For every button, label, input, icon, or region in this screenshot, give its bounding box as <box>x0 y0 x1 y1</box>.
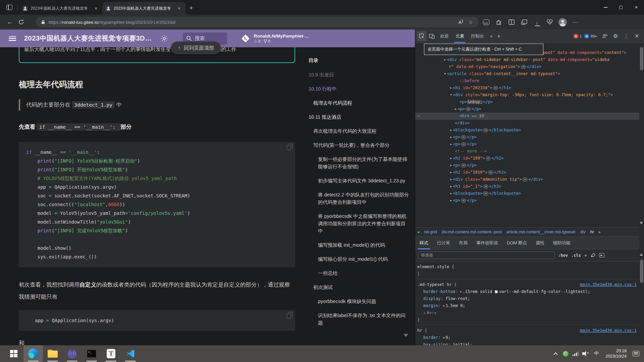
notification-center-icon[interactable] <box>633 351 639 356</box>
taskbar-vscode[interactable] <box>121 345 140 362</box>
dom-tree-row[interactable]: ▶<p>⋯</p> <box>415 141 639 148</box>
dom-tree-row[interactable]: ▶<div class="md-sidebar md-sidebar--post… <box>415 56 639 63</box>
taskbar-file-explorer[interactable] <box>43 345 62 362</box>
dom-tree-row[interactable]: <hr> == $0⋯ <box>415 113 639 120</box>
css-property[interactable]: margin: ▶1.5em 0; <box>417 302 639 309</box>
split-screen-button[interactable] <box>506 17 517 27</box>
expand-ellipsis-button[interactable]: ⋯ <box>483 184 488 189</box>
dom-tree-row[interactable]: <!-- more --> <box>415 148 639 155</box>
dom-tree-row[interactable]: ▼<div style="margin-top: -30px; font-siz… <box>415 92 639 99</box>
tab-layout[interactable]: 布局 <box>454 237 472 249</box>
toggle-hover-state-button[interactable]: :hov <box>558 253 568 258</box>
dom-tree-row[interactable]: ▼<article class="md-content__inner md-ty… <box>415 70 639 77</box>
toggle-class-button[interactable]: .cls <box>571 253 581 258</box>
stylesheet-link[interactable]: main.35e1ed30.min.css:1 <box>580 327 637 334</box>
breadcrumb-item[interactable]: nd-grid <box>424 230 437 234</box>
toc-item[interactable]: 10.9 出发日 <box>309 71 409 78</box>
tray-expand-button[interactable] <box>550 345 560 362</box>
clock[interactable]: 20:18 2023/10/24 <box>602 348 630 359</box>
css-property[interactable]: ⚠0: ; <box>417 309 639 316</box>
expand-ellipsis-button[interactable]: ⋯ <box>461 198 466 203</box>
copy-code-button[interactable] <box>287 145 291 150</box>
dom-tree-row[interactable]: ▶<h2 id="109">⋯</h2> <box>415 155 639 162</box>
dom-tree-row[interactable]: ▶<p>⋯</p> <box>415 197 639 204</box>
devtools-menu-button[interactable]: ⋮ <box>621 31 631 41</box>
devtools-tab-elements[interactable]: 元素 <box>452 29 468 43</box>
taskbar-cat-app[interactable] <box>62 345 82 362</box>
favorite-star-button[interactable]: ☆ <box>466 17 476 27</box>
workspaces-button[interactable] <box>3 0 16 15</box>
new-tab-button[interactable]: + <box>185 1 197 15</box>
dom-tree-row[interactable]: ▶<blockquote>⋯</blockquote> <box>415 190 639 197</box>
dom-tree-row[interactable]: </div> <box>415 120 639 127</box>
tab-dom-breakpoints[interactable]: DOM 断点 <box>502 237 531 249</box>
tray-app-icon[interactable] <box>560 345 571 362</box>
taskbar-typora[interactable]: T <box>101 345 121 362</box>
css-property[interactable]: display: flow-root; <box>417 295 639 302</box>
hamburger-menu-icon[interactable] <box>9 36 16 41</box>
tab-close-icon[interactable]: ✕ <box>93 5 99 11</box>
tab-close-icon[interactable]: ✕ <box>176 5 182 11</box>
css-property[interactable]: border-bottom: ▶.15rem solid var(--md-de… <box>417 288 639 295</box>
tab-styles[interactable]: 样式 <box>415 237 433 249</box>
toc-item[interactable]: 将 pyorbbecsdk 中之前编写和整理的相机调用功能和分割算法的文件整合到… <box>309 213 409 235</box>
extensions-button[interactable] <box>493 17 504 27</box>
browser-tab-1[interactable]: 2023中国机器人大赛先进视觉专 ✕ <box>19 2 102 15</box>
expand-ellipsis-button[interactable]: ⋯ <box>483 128 488 132</box>
dom-tree-row[interactable]: ▶<h2 id="1010">⋯</h2> <box>415 169 639 176</box>
expand-ellipsis-button[interactable]: ⋯ <box>488 170 493 175</box>
downloads-button[interactable]: ↓ <box>531 17 543 27</box>
maximize-button[interactable] <box>613 0 629 15</box>
expand-ellipsis-button[interactable]: ⋯ <box>523 177 528 182</box>
styles-scroll-up-arrow[interactable] <box>640 253 643 256</box>
breadcrumb-left-arrow[interactable]: ◀ <box>417 231 419 234</box>
refresh-button[interactable] <box>15 16 27 28</box>
darkreader-extension-button[interactable] <box>480 17 492 27</box>
devtools-tab-welcome[interactable]: 欢迎 <box>437 29 452 43</box>
close-button[interactable]: ✕ <box>629 0 644 15</box>
dom-tree-row[interactable]: ▶<h3 id="_1">⋯</h3> <box>415 183 639 190</box>
toc-item[interactable]: 10.11 抵达酒店 <box>309 113 409 121</box>
toc-item[interactable]: 复制一些必要部分的文件(为了基本能使得能够运行不会报错) <box>309 156 409 170</box>
network-status[interactable] <box>571 345 581 362</box>
toc-item[interactable]: 编写预加载 init_model() 的代码 <box>309 241 409 249</box>
back-to-top-button[interactable]: ↑ 回到页面顶部 <box>171 42 221 54</box>
toc-item[interactable]: 10.10 行程中 <box>309 85 409 93</box>
tab-computed[interactable]: 已计算 <box>433 237 454 249</box>
taskbar-terminal[interactable]: >_ <box>82 345 101 362</box>
back-button[interactable]: ← <box>4 16 15 28</box>
add-devtools-tab-button[interactable]: + <box>494 33 503 40</box>
stylesheet-link[interactable]: main.35e1ed30.min.css:1 <box>580 281 637 288</box>
dom-tree-row[interactable]: r" data-md-type="navigation">⋯</div> <box>415 63 639 70</box>
tab-properties[interactable]: 属性 <box>531 237 549 249</box>
dom-tree-row[interactable]: ▶<h1 id="20233d">⋯</h1> <box>415 84 639 92</box>
breadcrumb-item[interactable]: div.md-content.md-content--post <box>442 230 502 234</box>
dom-tree-row[interactable]: ▶<p>⋯</p> <box>415 134 639 141</box>
dom-tree-row[interactable]: ▶<div class="admonition tip">⋯</div> <box>415 176 639 183</box>
dom-tree-row[interactable]: ▶<p>⋯</p> <box>415 162 639 169</box>
read-aloud-button[interactable]: A) <box>455 17 466 27</box>
tab-event-listeners[interactable]: 事件侦听器 <box>472 237 502 249</box>
show-sidebar-panel-icon[interactable]: ▶ <box>599 253 604 257</box>
css-selector[interactable]: .md-typeset hr <box>417 282 452 287</box>
element-options-dots[interactable]: ⋯ <box>417 113 420 120</box>
breadcrumb-item[interactable]: div <box>580 230 586 234</box>
expand-ellipsis-button[interactable]: ⋯ <box>461 163 466 168</box>
volume-status[interactable]: ✕ <box>581 345 591 362</box>
copy-code-button[interactable] <box>287 313 291 318</box>
expand-ellipsis-button[interactable]: ⋯ <box>461 135 466 139</box>
address-bar[interactable]: https://ronald-luo.gitee.io/mypamphlet-b… <box>36 17 479 27</box>
expand-ellipsis-button[interactable]: ⋯ <box>521 65 526 69</box>
devtools-close-button[interactable]: ✕ <box>632 31 642 41</box>
minimize-button[interactable] <box>598 0 613 15</box>
breadcrumb-item[interactable]: article.md-content__inner.md-typeset <box>506 230 576 234</box>
scroll-down-hint-icon[interactable] <box>404 334 408 337</box>
expand-ellipsis-button[interactable]: ⋯ <box>493 86 498 90</box>
theme-toggle-button[interactable] <box>161 35 168 42</box>
issues-feedback-button[interactable] <box>600 31 610 41</box>
repo-link[interactable]: RonaldLN/MyPamphlet-… ☆0 0 <box>240 34 415 44</box>
browser-tab-2-active[interactable]: 2023中国机器人大赛先进视觉专 ✕ <box>102 2 185 15</box>
toc-item[interactable]: 再次梳理去年代码的大致流程 <box>309 127 409 135</box>
scroll-down-arrow[interactable] <box>640 222 643 224</box>
toc-item[interactable]: 初步编写主体代码文件 3ddetect_1.23.py <box>309 177 409 184</box>
